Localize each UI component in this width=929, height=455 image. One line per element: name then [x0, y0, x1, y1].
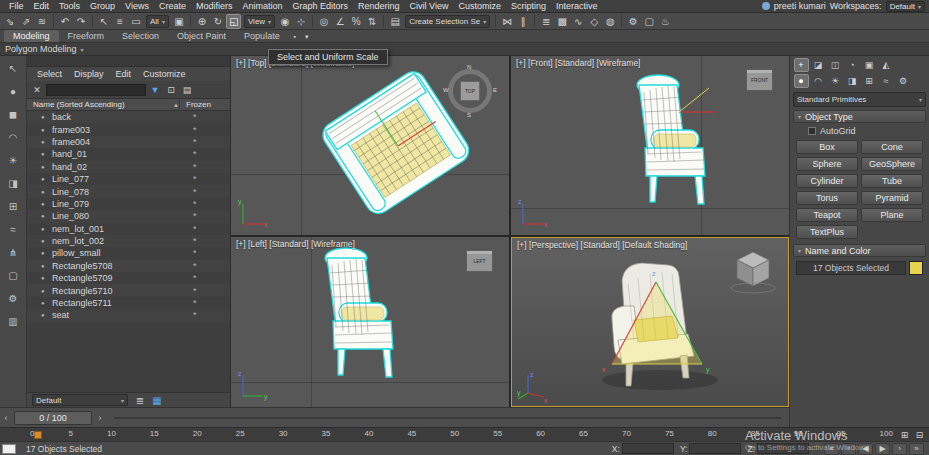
window-crossing-icon[interactable]: ▣ — [171, 14, 186, 29]
next-frame-button[interactable]: › — [892, 443, 907, 455]
viewport-perspective[interactable]: [+] [Perspective] [Standard] [Default Sh… — [511, 237, 789, 407]
table-row[interactable]: ●hand_01* — [27, 148, 230, 160]
selection-filter-dropdown[interactable]: All ▾ — [146, 15, 169, 28]
table-row[interactable]: ●back* — [27, 111, 230, 123]
viewcube[interactable]: TOP N S W E — [445, 66, 495, 116]
menu-modifiers[interactable]: Modifiers — [191, 1, 238, 11]
frozen-toggle-icon[interactable]: * — [193, 211, 197, 221]
tube-button[interactable]: Tube — [861, 174, 923, 188]
tab-object-paint[interactable]: Object Paint — [168, 30, 235, 42]
next-frame-arrow[interactable]: › — [94, 411, 106, 425]
frozen-toggle-icon[interactable]: * — [193, 112, 197, 122]
viewport-layout-tab-icon[interactable]: ▥ — [5, 313, 22, 329]
previous-frame-button[interactable]: ‹ — [841, 443, 856, 455]
display-lights-icon[interactable]: ☀ — [5, 152, 22, 168]
helpers-category-icon[interactable]: ⊞ — [862, 74, 877, 88]
menu-animation[interactable]: Animation — [237, 1, 287, 11]
menu-graph-editors[interactable]: Graph Editors — [287, 1, 353, 11]
select-by-name-icon[interactable]: ≡ — [113, 14, 128, 29]
textplus-button[interactable]: TextPlus — [796, 225, 858, 239]
viewport-label[interactable]: [+] [Front] [Standard] [Wireframe] — [516, 58, 640, 68]
y-coordinate-field[interactable] — [689, 443, 741, 454]
cone-button[interactable]: Cone — [861, 140, 923, 154]
display-tab-icon[interactable]: ▣ — [862, 58, 877, 72]
viewport-front[interactable]: [+] [Front] [Standard] [Wireframe] — [511, 56, 789, 235]
edit-named-selections-icon[interactable]: ▤ — [388, 14, 403, 29]
ribbon-minimize-icon[interactable]: ▪ — [289, 31, 300, 42]
hierarchy-tab-icon[interactable]: ◫ — [828, 58, 843, 72]
percent-snap-icon[interactable]: % — [349, 14, 364, 29]
menu-group[interactable]: Group — [85, 1, 120, 11]
rendered-frame-icon[interactable]: ▢ — [642, 14, 657, 29]
utilities-tab-icon[interactable]: ◭ — [879, 58, 894, 72]
explorer-title-bar[interactable] — [27, 56, 230, 67]
rectangular-selection-icon[interactable]: ▭ — [129, 14, 144, 29]
table-row[interactable]: ●frame004* — [27, 136, 230, 148]
viewcube[interactable]: LEFT — [466, 250, 493, 272]
frozen-toggle-icon[interactable]: * — [193, 162, 197, 172]
table-row[interactable]: ●nem_lot_001* — [27, 223, 230, 235]
frozen-toggle-icon[interactable]: * — [193, 310, 197, 320]
spinner-snap-icon[interactable]: ⇅ — [365, 14, 380, 29]
reference-coordinate-dropdown[interactable]: View ▾ — [244, 15, 275, 28]
primitive-category-dropdown[interactable]: Standard Primitives ▾ — [793, 92, 926, 107]
select-and-move-icon[interactable]: ⊕ — [194, 14, 209, 29]
frozen-toggle-icon[interactable]: * — [193, 261, 197, 271]
spacewarps-category-icon[interactable]: ≈ — [879, 74, 894, 88]
table-row[interactable]: ●frame003* — [27, 123, 230, 135]
column-name[interactable]: Name (Sorted Ascending) ▲ — [27, 100, 179, 109]
viewcube-3d[interactable] — [728, 246, 778, 296]
explorer-list-view-icon[interactable]: ≣ — [134, 394, 147, 407]
menu-customize[interactable]: Customize — [453, 1, 506, 11]
chair-shaded-perspective[interactable]: x y z — [560, 248, 750, 407]
material-editor-icon[interactable]: ◍ — [603, 14, 618, 29]
menu-file[interactable]: File — [4, 1, 29, 11]
teapot-button[interactable]: Teapot — [796, 208, 858, 222]
object-type-rollout-header[interactable]: ▾ Object Type — [793, 110, 926, 123]
play-button[interactable]: ▶ — [875, 443, 890, 455]
go-to-end-button[interactable]: » — [909, 443, 924, 455]
explorer-menu-edit[interactable]: Edit — [110, 69, 138, 79]
select-and-link-icon[interactable]: ⇘ — [3, 14, 18, 29]
chair-wireframe-left[interactable] — [297, 243, 422, 398]
display-geometry-icon[interactable]: ◼ — [5, 106, 22, 122]
torus-button[interactable]: Torus — [796, 191, 858, 205]
frozen-toggle-icon[interactable]: * — [193, 286, 197, 296]
table-row[interactable]: ●Line_077* — [27, 173, 230, 185]
track-bar[interactable]: 0 5 10 15 20 25 30 35 40 45 50 55 60 65 … — [0, 427, 929, 441]
select-and-scale-icon[interactable]: ◱ — [226, 14, 241, 29]
redo-icon[interactable]: ↷ — [74, 14, 89, 29]
table-row[interactable]: ●Line_079* — [27, 198, 230, 210]
time-slider-handle[interactable]: 0 / 100 — [14, 411, 92, 425]
search-input[interactable] — [46, 84, 146, 96]
frozen-toggle-icon[interactable]: * — [193, 224, 197, 234]
table-row[interactable]: ●Rectangle5710* — [27, 284, 230, 296]
table-row[interactable]: ●pillow_small* — [27, 247, 230, 259]
track-zoom-in-icon[interactable]: ⊞ — [898, 429, 912, 441]
display-cameras-icon[interactable]: ◨ — [5, 175, 22, 191]
bind-to-spacewarp-icon[interactable]: ≋ — [35, 14, 50, 29]
signed-in-user[interactable]: preeti kumari — [774, 1, 826, 11]
menu-tools[interactable]: Tools — [54, 1, 85, 11]
explorer-select-icon[interactable]: ↖ — [5, 60, 22, 76]
named-selection-dropdown[interactable]: Create Selection Se ▾ — [405, 15, 490, 28]
play-backwards-button[interactable]: ◀ — [858, 443, 873, 455]
undo-icon[interactable]: ↶ — [58, 14, 73, 29]
table-row[interactable]: ●seat* — [27, 309, 230, 321]
geometry-category-icon[interactable]: ● — [794, 74, 809, 88]
frozen-toggle-icon[interactable]: * — [193, 199, 197, 209]
lock-explorer-icon[interactable]: ⊡ — [165, 83, 178, 96]
filter-icon[interactable]: ▼ — [149, 83, 162, 96]
explorer-menu-select[interactable]: Select — [31, 69, 68, 79]
frozen-toggle-icon[interactable]: * — [193, 187, 197, 197]
frozen-toggle-icon[interactable]: * — [193, 248, 197, 258]
cylinder-button[interactable]: Cylinder — [796, 174, 858, 188]
pyramid-button[interactable]: Pyramid — [861, 191, 923, 205]
clear-search-icon[interactable]: ✕ — [31, 83, 44, 96]
tab-modeling[interactable]: Modeling — [4, 30, 59, 42]
display-containers-icon[interactable]: ▢ — [5, 267, 22, 283]
mirror-icon[interactable]: ⋈ — [500, 14, 515, 29]
scene-explorer-toggle-icon[interactable]: ≣ — [539, 14, 554, 29]
tab-populate[interactable]: Populate — [235, 30, 289, 42]
workspaces-dropdown[interactable]: Default ▾ — [886, 1, 925, 12]
